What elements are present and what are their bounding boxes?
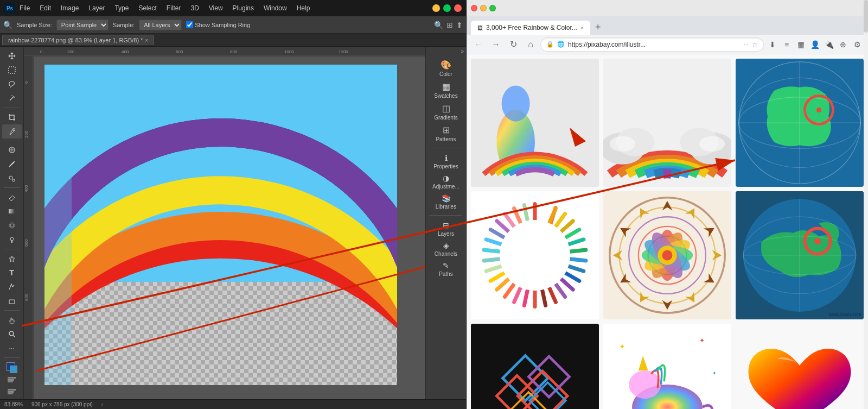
browser-close-button[interactable] (471, 5, 477, 11)
layers-panel-button[interactable]: ⊟ Layers (427, 219, 465, 239)
grid-image-dark-shapes[interactable] (471, 324, 599, 409)
grid-image-colorful-figure[interactable] (471, 59, 599, 187)
clone-stamp-button[interactable] (2, 172, 22, 185)
menu-image[interactable]: Image (61, 4, 79, 12)
new-tab-button[interactable]: + (590, 20, 605, 35)
swatches-panel-button[interactable]: ▦ Swatches (427, 79, 465, 101)
menu-filter[interactable]: Filter (167, 4, 181, 12)
extensions-icon-btn[interactable]: 🔌 (822, 38, 835, 51)
gradient-button[interactable] (2, 204, 22, 218)
path-select-button[interactable] (2, 280, 22, 294)
browser-content[interactable]: www.inam.com (467, 54, 868, 409)
healing-button[interactable] (2, 143, 22, 156)
canvas-scroll-area[interactable] (34, 56, 425, 399)
browser-tab-close-icon[interactable]: × (580, 24, 584, 31)
grid-image-globe-detail[interactable]: www.inam.com (736, 191, 864, 319)
hand-button[interactable] (2, 313, 22, 326)
show-sampling-checkbox[interactable] (186, 21, 193, 28)
back-button[interactable]: ← (471, 37, 486, 52)
menu-3d[interactable]: 3D (190, 4, 199, 12)
browser-tab-active[interactable]: 🖼 3,000+ Free Rainbow & Color... × (471, 21, 590, 35)
home-button[interactable]: ⌂ (523, 37, 538, 52)
screen-mode-icon[interactable]: ⊞ (446, 21, 453, 29)
url-text: https://pixabay.com/illustr... (568, 41, 741, 48)
adjustments-panel-button[interactable]: ◑ Adjustme... (427, 172, 465, 192)
libraries-panel-button[interactable]: 📚 Libraries (427, 192, 465, 212)
color-panel-button[interactable]: 🎨 Color (427, 58, 465, 79)
zoom-browser-btn[interactable]: ⊕ (837, 38, 850, 51)
marquee-tool-button[interactable] (2, 63, 22, 77)
shape-button[interactable] (2, 294, 22, 308)
zoom-button[interactable] (2, 327, 22, 341)
menu-window[interactable]: Window (264, 4, 287, 12)
menu-select[interactable]: Select (138, 4, 156, 12)
sample-label: Sample: (113, 22, 135, 28)
grid-image-rainbow-clouds[interactable] (603, 59, 731, 187)
brush-button[interactable] (2, 158, 22, 171)
share-icon[interactable]: ⬆ (456, 21, 463, 29)
magic-wand-button[interactable] (2, 92, 22, 105)
patterns-panel-label: Patterns (436, 136, 456, 142)
browser-menu-icon-btn[interactable]: ≡ (780, 38, 793, 51)
lasso-tool-button[interactable] (2, 78, 22, 91)
svg-rect-24 (8, 393, 13, 394)
scrollbar-thumb[interactable] (864, 0, 868, 33)
show-sampling-label[interactable]: Show Sampling Ring (186, 21, 250, 28)
eraser-button[interactable] (2, 190, 22, 204)
eyedropper-button[interactable] (2, 124, 22, 138)
ps-maximize-button[interactable] (443, 4, 451, 12)
menu-file[interactable]: File (20, 4, 30, 12)
sample-size-select[interactable]: Point Sample (56, 20, 108, 30)
url-bar[interactable]: 🔒 🌐 https://pixabay.com/illustr... ··· ☆ (540, 37, 764, 52)
layer-comp-next[interactable] (4, 386, 20, 397)
panel-separator-2 (430, 215, 462, 216)
grid-image-globe[interactable] (736, 59, 864, 187)
fg-bg-color-swatch[interactable] (4, 360, 20, 374)
more-tools-button[interactable]: ··· (2, 342, 22, 355)
menu-plugins[interactable]: Plugins (233, 4, 254, 12)
layer-comp-prev[interactable] (4, 374, 20, 385)
browser-scrollbar[interactable] (864, 0, 868, 409)
forward-button[interactable]: → (488, 37, 503, 52)
profile-icon-btn[interactable]: 👤 (808, 38, 821, 51)
move-tool-button[interactable] (2, 49, 22, 62)
sidebar-icon-btn[interactable]: ▦ (794, 38, 807, 51)
bookmark-icon[interactable]: ☆ (752, 41, 758, 48)
svg-point-59 (699, 136, 725, 152)
properties-panel-button[interactable]: ℹ Properties (427, 152, 465, 172)
search-icon[interactable]: 🔍 (434, 21, 443, 29)
settings-icon-btn[interactable]: ⚙ (851, 38, 864, 51)
menu-type[interactable]: Type (114, 4, 129, 12)
pen-button[interactable] (2, 251, 22, 265)
panel-collapse-icon[interactable]: » (461, 48, 464, 54)
menu-layer[interactable]: Layer (88, 4, 105, 12)
sample-select[interactable]: All Layers (139, 20, 182, 30)
browser-tab-title: 3,000+ Free Rainbow & Color... (486, 24, 577, 32)
grid-image-heart[interactable] (736, 324, 864, 409)
refresh-button[interactable]: ↻ (506, 37, 521, 52)
grid-image-pencil-circle[interactable] (471, 191, 599, 319)
blur-button[interactable] (2, 219, 22, 232)
download-icon-btn[interactable]: ⬇ (766, 38, 779, 51)
browser-min-button[interactable] (480, 5, 487, 11)
dodge-button[interactable] (2, 233, 22, 247)
menu-view[interactable]: View (209, 4, 223, 12)
ps-document-tab[interactable]: rainbow-2278774.png @ 83.9% (Layer 1, RG… (2, 35, 154, 45)
gradients-panel-button[interactable]: ◫ Gradients (427, 101, 465, 123)
text-button[interactable]: T (2, 266, 22, 279)
toolbar-separator-2 (4, 141, 20, 141)
paths-panel-button[interactable]: ✎ Paths (427, 259, 465, 279)
ps-close-button[interactable] (454, 4, 462, 12)
patterns-panel-button[interactable]: ⊞ Patterns (427, 123, 465, 144)
ps-minimize-button[interactable] (432, 4, 440, 12)
ps-canvas-area[interactable]: 020040060080010001200 0 200 400 600 800 (24, 47, 425, 399)
ps-tab-close-icon[interactable]: × (145, 37, 148, 43)
grid-image-mandala[interactable] (603, 191, 731, 319)
url-more-icon[interactable]: ··· (744, 41, 749, 48)
channels-panel-button[interactable]: ◈ Channels (427, 239, 465, 259)
menu-edit[interactable]: Edit (40, 4, 51, 12)
menu-help[interactable]: Help (297, 4, 310, 12)
browser-max-button[interactable] (489, 5, 496, 11)
crop-tool-button[interactable] (2, 110, 22, 124)
grid-image-unicorn[interactable]: ✦ ✦ ✦ ✦ (603, 324, 731, 409)
